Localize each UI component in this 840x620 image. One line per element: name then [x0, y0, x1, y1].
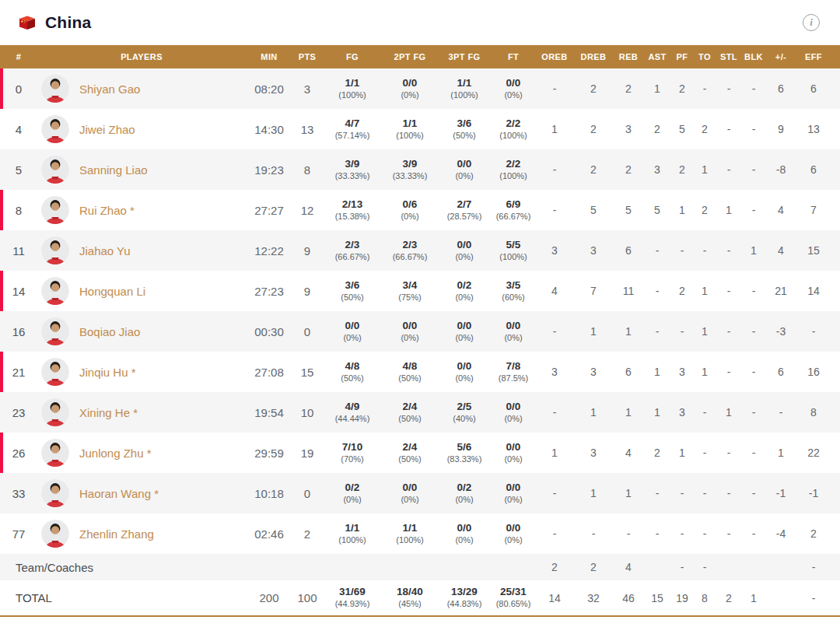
- stat-3ptfg: 0/0 (0%): [437, 522, 492, 546]
- stat-reb: 11: [613, 285, 644, 297]
- stat-pf: 5: [670, 123, 694, 135]
- table-row[interactable]: 14 Hongquan Li 27:23 9 3/6 (50%) 3/4: [0, 271, 840, 311]
- stat-pf: -: [670, 527, 694, 540]
- player-name-link[interactable]: Sanning Liao: [73, 163, 246, 177]
- stat-oreb: -: [535, 204, 574, 216]
- player-avatar: [37, 358, 73, 386]
- stat-dreb: 2: [574, 561, 613, 573]
- player-name-link[interactable]: Boqiao Jiao: [73, 325, 246, 338]
- stat-oreb: -: [535, 406, 574, 419]
- table-row[interactable]: 33 Haoran Wang * 10:18 0 0/2 (0%) 0/0: [0, 473, 840, 513]
- stat-to: 1: [694, 325, 716, 338]
- info-icon[interactable]: i: [803, 14, 820, 31]
- stat-pts: 8: [292, 163, 322, 177]
- stat-to: 8: [694, 592, 716, 604]
- stat-stl: 1: [716, 204, 742, 216]
- player-photo-icon: [41, 358, 69, 386]
- stat-pts: 100: [292, 591, 322, 604]
- stat-ft: 2/2 (100%): [492, 117, 535, 142]
- player-name-link[interactable]: Jiahao Yu: [73, 244, 246, 257]
- table-row[interactable]: 5 Sanning Liao 19:23 8 3/9 (33.33%) 3/9: [0, 149, 840, 190]
- stat-pf: 3: [670, 366, 694, 378]
- stat-min: 27:27: [246, 204, 292, 217]
- stat-fg: 2/13 (15.38%): [322, 198, 383, 222]
- player-name-link[interactable]: Rui Zhao *: [73, 204, 246, 217]
- stat-pf: 2: [670, 82, 694, 95]
- stat-ast: -: [644, 285, 670, 297]
- stat-3ptfg: 0/0 (0%): [437, 158, 492, 182]
- team-header: China i: [0, 0, 840, 45]
- stat-ast: 1: [644, 82, 670, 95]
- stat-3ptfg: 2/7 (28.57%): [437, 198, 492, 222]
- stat-reb: 1: [613, 406, 644, 419]
- stat-reb: 4: [613, 561, 644, 573]
- stat-reb: 1: [613, 325, 644, 338]
- player-avatar: [37, 277, 73, 305]
- table-row[interactable]: 26 Junlong Zhu * 29:59 19 7/10 (70%) 2/: [0, 433, 840, 473]
- stat-oreb: 2: [535, 561, 574, 573]
- col-pts: PTS: [292, 52, 322, 61]
- col-oreb: OREB: [535, 52, 574, 61]
- stat-blk: -: [742, 204, 765, 216]
- table-row[interactable]: 21 Jinqiu Hu * 27:08 15 4/8 (50%) 4/8: [0, 352, 840, 392]
- player-photo-icon: [41, 196, 69, 224]
- stat-2ptfg: 3/4 (75%): [383, 279, 437, 303]
- player-name-link[interactable]: Junlong Zhu *: [73, 447, 246, 460]
- stat-3ptfg: 0/0 (0%): [437, 360, 492, 384]
- stat-ft: 25/31 (80.65%): [492, 586, 535, 610]
- stat-oreb: 1: [535, 123, 574, 135]
- stat-eff: 22: [796, 447, 831, 459]
- table-row[interactable]: 77 Zhenlin Zhang 02:46 2 1/1 (100%) 1/1: [0, 513, 840, 554]
- table-row[interactable]: 16 Boqiao Jiao 00:30 0 0/0 (0%) 0/0: [0, 311, 840, 352]
- jersey-number: 11: [0, 244, 37, 257]
- table-row[interactable]: 8 Rui Zhao * 27:27 12 2/13 (15.38%) 0/6: [0, 190, 840, 230]
- table-row[interactable]: 23 Xining He * 19:54 10 4/9 (44.44%) 2/: [0, 392, 840, 433]
- player-name-link[interactable]: Zhenlin Zhang: [73, 527, 246, 541]
- stat-3ptfg: 3/6 (50%): [437, 117, 492, 142]
- player-name-link[interactable]: Haoran Wang *: [73, 487, 246, 500]
- stat-ft: 3/5 (60%): [492, 279, 535, 303]
- stat-pf: 2: [670, 163, 694, 176]
- stat-ast: 2: [644, 123, 670, 135]
- stat-to: 2: [694, 204, 716, 216]
- player-photo-icon: [41, 317, 69, 345]
- stat-to: -: [694, 527, 716, 540]
- stat-reb: 6: [613, 366, 644, 378]
- stat-blk: -: [742, 285, 765, 297]
- player-name-link[interactable]: Xining He *: [73, 406, 246, 419]
- player-name-link[interactable]: Jiwei Zhao: [73, 123, 246, 136]
- table-row[interactable]: 11 Jiahao Yu 12:22 9 2/3 (66.67%) 2/3: [0, 230, 840, 271]
- stat-blk: -: [742, 325, 765, 338]
- stat-ft: 0/0 (0%): [492, 401, 535, 425]
- player-name-link[interactable]: Jinqiu Hu *: [73, 366, 246, 379]
- stat-eff: 6: [796, 163, 831, 176]
- stat-stl: -: [716, 447, 742, 459]
- stat-pts: 2: [292, 527, 322, 541]
- stat-ast: -: [644, 487, 670, 499]
- stat-pts: 15: [292, 366, 322, 379]
- stat-to: 1: [694, 366, 716, 378]
- total-row: TOTAL 200 100 31/69 (44.93%) 18/40 (45%)…: [0, 580, 840, 615]
- player-photo-icon: [41, 479, 69, 507]
- stat-min: 02:46: [246, 527, 292, 541]
- table-row[interactable]: 0 Shiyan Gao 08:20 3 1/1 (100%) 0/0: [0, 68, 840, 109]
- player-name-link[interactable]: Shiyan Gao: [73, 82, 246, 96]
- stat-2ptfg: 2/3 (66.67%): [383, 239, 437, 263]
- stat-2ptfg: 1/1 (100%): [383, 522, 437, 546]
- stat-blk: -: [742, 366, 765, 378]
- total-label: TOTAL: [0, 591, 246, 604]
- stat-plusminus: 9: [765, 123, 796, 135]
- stat-to: -: [694, 244, 716, 257]
- stat-blk: -: [742, 487, 765, 499]
- player-avatar: [37, 398, 73, 426]
- stat-min: 10:18: [246, 487, 292, 500]
- stat-min: 08:20: [246, 82, 292, 96]
- stat-pf: 2: [670, 285, 694, 297]
- table-row[interactable]: 4 Jiwei Zhao 14:30 13 4/7 (57.14%) 1/1: [0, 109, 840, 149]
- stat-oreb: -: [535, 325, 574, 338]
- player-photo-icon: [41, 520, 69, 548]
- stat-dreb: 1: [574, 487, 613, 499]
- stat-dreb: 2: [574, 82, 613, 95]
- player-name-link[interactable]: Hongquan Li: [73, 285, 246, 298]
- jersey-number: 77: [0, 527, 37, 541]
